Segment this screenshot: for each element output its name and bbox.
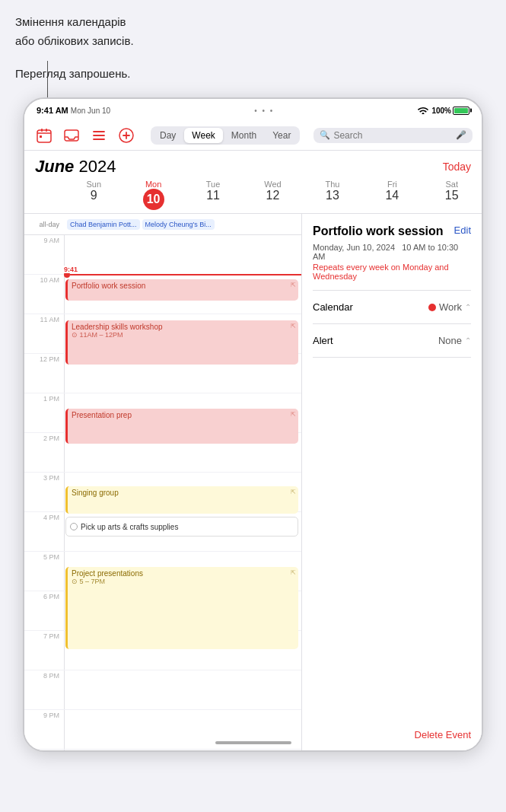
hour-label-9am: 9 AM	[24, 235, 64, 274]
search-box[interactable]: 🔍 🎤	[313, 128, 473, 143]
current-time-indicator: 9:41	[64, 272, 301, 278]
status-dots: • • •	[254, 107, 274, 115]
mic-icon[interactable]: 🎤	[456, 130, 466, 140]
add-event-button[interactable]	[116, 125, 137, 146]
edit-event-button[interactable]: Edit	[454, 224, 471, 236]
alert-label: Alert	[313, 335, 333, 346]
calendar-value[interactable]: Work ⌃	[428, 301, 471, 313]
home-indicator	[215, 741, 291, 744]
hour-label-7pm: 7 PM	[24, 631, 64, 670]
hour-grid: 9:41 9 AM 10 AM 11 AM	[24, 235, 301, 751]
day-label-sat: Sat	[422, 180, 482, 189]
hour-label-5pm: 5 PM	[24, 552, 64, 591]
hour-label-3pm: 3 PM	[24, 473, 64, 511]
weekday-thu[interactable]: Thu 13	[303, 180, 362, 210]
toolbar: Day Week Month Year 🔍 🎤	[24, 120, 482, 151]
detail-alert-row: Alert None ⌃	[313, 330, 471, 351]
alert-value-text: None	[438, 335, 462, 346]
main-content: all-day Chad Benjamin Pott... Melody Che…	[24, 214, 482, 751]
delete-event-button[interactable]: Delete Event	[415, 729, 471, 740]
event-title-leadership: Leadership skills workshop	[72, 323, 294, 331]
seg-year[interactable]: Year	[265, 128, 298, 143]
calendar-label: Calendar	[313, 301, 353, 313]
annotation-line3: Перегляд запрошень.	[15, 65, 213, 81]
event-leadership[interactable]: Leadership skills workshop ⊙ 11AM – 12PM…	[65, 320, 298, 365]
hour-label-6pm: 6 PM	[24, 591, 64, 630]
svg-rect-3	[40, 135, 42, 138]
day-label-thu: Thu	[303, 180, 362, 189]
hour-content-9am	[64, 235, 301, 274]
alert-chevron-icon: ⌃	[465, 336, 471, 345]
calendar-scroll-area[interactable]: all-day Chad Benjamin Pott... Melody Che…	[24, 214, 302, 751]
view-segment-control: Day Week Month Year	[151, 126, 300, 145]
detail-title: Portfolio work session	[313, 224, 454, 238]
detail-divider-3	[313, 357, 471, 358]
todo-circle-arts	[70, 523, 78, 530]
seg-day[interactable]: Day	[152, 128, 183, 143]
event-title-portfolio: Portfolio work session	[72, 282, 145, 290]
today-button[interactable]: Today	[443, 161, 471, 173]
hour-content-8pm	[64, 670, 301, 709]
wifi-icon	[418, 106, 428, 116]
event-todo-arts[interactable]: Pick up arts & crafts supplies	[65, 517, 298, 537]
day-num-tue: 11	[183, 189, 243, 202]
toolbar-left	[33, 125, 137, 146]
calendar-chevron-icon: ⌃	[465, 303, 471, 311]
hour-label-10pm: 10 PM	[24, 750, 64, 751]
detail-header: Portfolio work session Edit	[313, 224, 471, 238]
day-num-sat: 15	[422, 189, 482, 202]
status-right: 100%	[418, 106, 469, 116]
device-frame: 9:41 AM Mon Jun 10 • • • 100%	[23, 97, 483, 752]
all-day-events: Chad Benjamin Pott... Melody Cheung's Bi…	[64, 218, 301, 231]
current-time-label: 9:41	[64, 266, 79, 273]
detail-calendar-row: Calendar Work ⌃	[313, 297, 471, 317]
event-title-project: Project presentations	[72, 569, 294, 578]
weekday-mon[interactable]: Mon 10	[123, 180, 183, 210]
event-time-leadership: ⊙ 11AM – 12PM	[72, 331, 294, 339]
event-project-presentations[interactable]: Project presentations ⊙ 5 – 7PM ⇱	[65, 567, 298, 649]
weekday-fri[interactable]: Fri 14	[362, 180, 422, 210]
calendar-value-text: Work	[439, 301, 462, 313]
annotation-overlay: Змінення календарів або облікових записі…	[0, 0, 228, 92]
svg-rect-2	[46, 129, 47, 132]
day-num-sun: 9	[64, 189, 123, 202]
day-num-fri: 14	[362, 189, 422, 202]
alert-value[interactable]: None ⌃	[438, 335, 471, 346]
calendar-color-dot	[428, 304, 436, 311]
status-bar: 9:41 AM Mon Jun 10 • • • 100%	[24, 99, 482, 120]
hour-label-1pm: 1 PM	[24, 393, 64, 432]
status-time: 9:41 AM Mon Jun 10	[37, 106, 110, 115]
inbox-icon-button[interactable]	[61, 125, 82, 146]
event-detail-panel: Portfolio work session Edit Monday, Jun …	[302, 214, 482, 751]
all-day-event-1[interactable]: Chad Benjamin Pott...	[67, 219, 140, 230]
current-time-line	[70, 274, 301, 275]
weekday-wed[interactable]: Wed 12	[243, 180, 302, 210]
svg-rect-1	[41, 129, 43, 132]
detail-divider-1	[313, 290, 471, 291]
event-singing[interactable]: Singing group ⇱	[65, 486, 298, 514]
seg-week[interactable]: Week	[184, 128, 222, 143]
event-title-arts: Pick up arts & crafts supplies	[81, 523, 178, 531]
all-day-row: all-day Chad Benjamin Pott... Melody Che…	[24, 214, 301, 235]
list-icon-button[interactable]	[88, 125, 110, 146]
detail-repeat: Repeats every week on Monday and Wednesd…	[313, 263, 471, 281]
event-portfolio-work[interactable]: Portfolio work session ⇱	[65, 279, 298, 301]
annotation-line1: Змінення календарів	[15, 14, 213, 30]
weekday-sun[interactable]: Sun 9	[64, 180, 123, 210]
hour-content-10pm	[64, 750, 301, 751]
weekday-tue[interactable]: Tue 11	[183, 180, 243, 210]
weekday-sat[interactable]: Sat 15	[422, 180, 482, 210]
event-time-project: ⊙ 5 – 7PM	[72, 578, 294, 585]
calendar-icon-button[interactable]	[33, 125, 55, 146]
search-input[interactable]	[333, 130, 453, 141]
svg-rect-0	[37, 130, 51, 142]
event-icon-singing: ⇱	[291, 489, 296, 495]
hour-label-8pm: 8 PM	[24, 670, 64, 709]
hour-label-2pm: 2 PM	[24, 433, 64, 472]
event-icon-leadership: ⇱	[291, 323, 296, 330]
all-day-event-2[interactable]: Melody Cheung's Bi...	[142, 219, 215, 230]
event-presentation-prep[interactable]: Presentation prep ⇱	[65, 409, 298, 444]
day-label-tue: Tue	[183, 180, 243, 189]
day-num-mon: 10	[143, 189, 164, 210]
seg-month[interactable]: Month	[224, 128, 264, 143]
